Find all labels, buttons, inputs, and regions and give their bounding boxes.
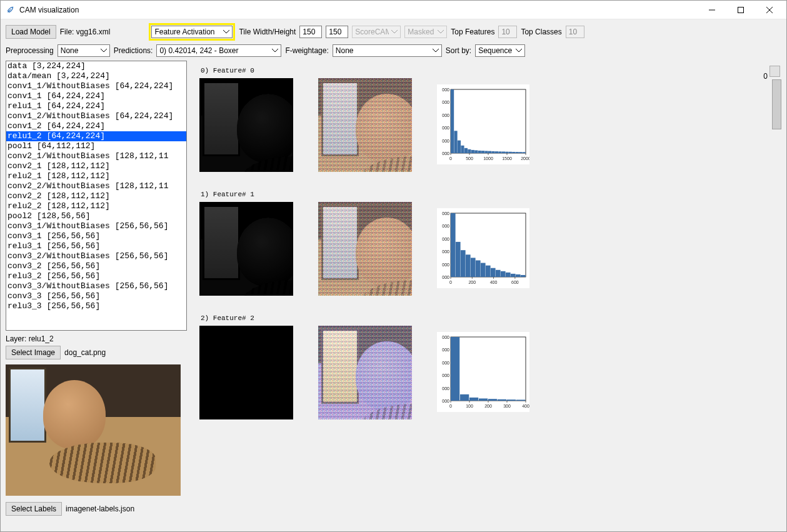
svg-rect-41 [519, 152, 522, 153]
tile-height-input[interactable] [326, 26, 348, 38]
svg-text:000: 000 [442, 139, 449, 143]
svg-rect-94 [488, 399, 497, 401]
layer-row[interactable]: conv2_1/WithoutBiases [128,112,11 [6, 151, 186, 161]
layer-row[interactable]: relu3_1 [256,56,56] [6, 241, 186, 251]
svg-rect-27 [471, 150, 474, 153]
feature-title: 2) Feature# 2 [201, 314, 781, 322]
svg-text:000: 000 [442, 386, 449, 391]
svg-text:200: 200 [484, 404, 492, 408]
feature-title: 1) Feature# 1 [201, 191, 781, 198]
svg-rect-29 [478, 151, 481, 153]
svg-rect-22 [454, 131, 457, 153]
maximize-button[interactable] [726, 1, 755, 19]
layer-row[interactable]: data [3,224,224] [6, 61, 186, 71]
histogram-chart: 0000000000000000000100200300400 [437, 332, 529, 412]
feature-group: 1) Feature# 1000000000000000000020040060… [199, 191, 781, 296]
top-classes-input [566, 26, 584, 38]
svg-rect-65 [486, 266, 491, 277]
layer-list[interactable]: data [3,224,224]data/mean [3,224,224]con… [6, 61, 187, 331]
svg-rect-35 [498, 151, 501, 153]
layer-row[interactable]: conv1_1/WithoutBiases [64,224,224] [6, 81, 186, 91]
svg-rect-72 [521, 275, 526, 277]
svg-text:500: 500 [466, 156, 473, 161]
svg-text:300: 300 [503, 404, 511, 408]
svg-rect-91 [460, 394, 469, 401]
layer-row[interactable]: conv3_1/WithoutBiases [256,56,56] [6, 221, 186, 231]
svg-rect-73 [451, 337, 526, 401]
svg-rect-58 [451, 213, 456, 277]
svg-text:0: 0 [449, 156, 452, 161]
svg-text:000: 000 [442, 100, 449, 104]
layer-row[interactable]: conv1_2 [64,224,224] [6, 121, 186, 131]
overlay-thumb [318, 326, 412, 419]
layer-row[interactable]: conv3_3 [256,56,56] [6, 291, 186, 301]
svg-text:000: 000 [442, 151, 449, 156]
layer-row[interactable]: conv2_2/WithoutBiases [128,112,11 [6, 181, 186, 191]
svg-rect-31 [485, 151, 488, 153]
svg-rect-66 [491, 268, 496, 277]
layer-row[interactable]: relu2_1 [128,112,112] [6, 171, 186, 181]
svg-text:0: 0 [449, 280, 452, 284]
image-file-label: dog_cat.png [64, 348, 106, 357]
layer-row[interactable]: conv3_2 [256,56,56] [6, 261, 186, 271]
svg-rect-32 [488, 151, 491, 153]
load-model-button[interactable]: Load Model [6, 25, 56, 39]
svg-rect-42 [523, 152, 526, 153]
top-classes-label: Top Classes [521, 28, 561, 36]
svg-rect-34 [495, 151, 498, 153]
layer-row[interactable]: conv3_1 [256,56,56] [6, 231, 186, 241]
layer-row[interactable]: conv1_1 [64,224,224] [6, 91, 186, 101]
tile-label: Tile Width/Height [239, 28, 296, 36]
toolbar-row-1: Load Model File: vgg16.xml Feature Activ… [6, 23, 781, 41]
svg-text:2000: 2000 [521, 156, 529, 161]
layer-row[interactable]: conv3_3/WithoutBiases [256,56,56] [6, 281, 186, 291]
predictions-select[interactable]: 0) 0.42014, 242 - Boxer [156, 44, 281, 57]
svg-rect-28 [474, 150, 478, 153]
feature-group: 2) Feature# 2000000000000000000010020030… [199, 314, 781, 419]
svg-rect-25 [464, 148, 468, 153]
minimize-button[interactable] [698, 1, 726, 19]
layer-row[interactable]: conv2_2 [128,112,112] [6, 191, 186, 201]
svg-text:000: 000 [442, 373, 449, 378]
layer-row[interactable]: relu1_2 [64,224,224] [6, 131, 186, 141]
scroll-value: 0 [763, 72, 768, 81]
layer-row[interactable]: pool2 [128,56,56] [6, 211, 186, 221]
layer-row[interactable]: pool1 [64,112,112] [6, 141, 186, 151]
svg-rect-60 [461, 250, 466, 277]
svg-text:000: 000 [442, 361, 449, 365]
preprocessing-select[interactable]: None [58, 44, 110, 57]
feature-pane: 0) Feature# 0000000000000000000050010001… [199, 61, 781, 528]
svg-rect-38 [509, 152, 512, 153]
layer-row[interactable]: relu3_3 [256,56,56] [6, 301, 186, 311]
activation-thumb [199, 202, 293, 296]
titlebar: CAM visualization [1, 1, 786, 19]
layer-row[interactable]: data/mean [3,224,224] [6, 71, 186, 81]
svg-rect-90 [451, 337, 459, 401]
layer-row[interactable]: relu2_2 [128,112,112] [6, 201, 186, 211]
svg-text:000: 000 [442, 275, 449, 279]
scroll-up-button[interactable] [769, 66, 780, 77]
close-button[interactable] [755, 1, 784, 19]
layer-row[interactable]: conv1_2/WithoutBiases [64,224,224] [6, 111, 186, 121]
layer-row[interactable]: conv2_1 [128,112,112] [6, 161, 186, 171]
layer-row[interactable]: conv3_2/WithoutBiases [256,56,56] [6, 251, 186, 261]
fweightage-select[interactable]: None [333, 44, 442, 57]
tile-width-input[interactable] [299, 26, 322, 38]
svg-rect-70 [511, 274, 516, 277]
svg-text:0: 0 [449, 404, 452, 408]
svg-rect-71 [516, 274, 521, 277]
scroll-track[interactable] [771, 79, 781, 517]
fweightage-label: F-weightage: [285, 46, 328, 55]
mode-select[interactable]: Feature Activation [151, 26, 233, 38]
svg-rect-67 [496, 270, 501, 277]
select-image-button[interactable]: Select Image [6, 346, 61, 359]
layer-row[interactable]: relu1_1 [64,224,224] [6, 101, 186, 111]
scroll-thumb[interactable] [772, 79, 781, 129]
select-labels-button[interactable]: Select Labels [6, 502, 62, 516]
image-preview [6, 364, 181, 496]
feature-group: 0) Feature# 0000000000000000000050010001… [199, 67, 781, 172]
layer-row[interactable]: relu3_2 [256,56,56] [6, 271, 186, 281]
svg-rect-63 [476, 260, 481, 277]
sortby-select[interactable]: Sequence [475, 44, 525, 57]
svg-text:000: 000 [442, 237, 449, 241]
